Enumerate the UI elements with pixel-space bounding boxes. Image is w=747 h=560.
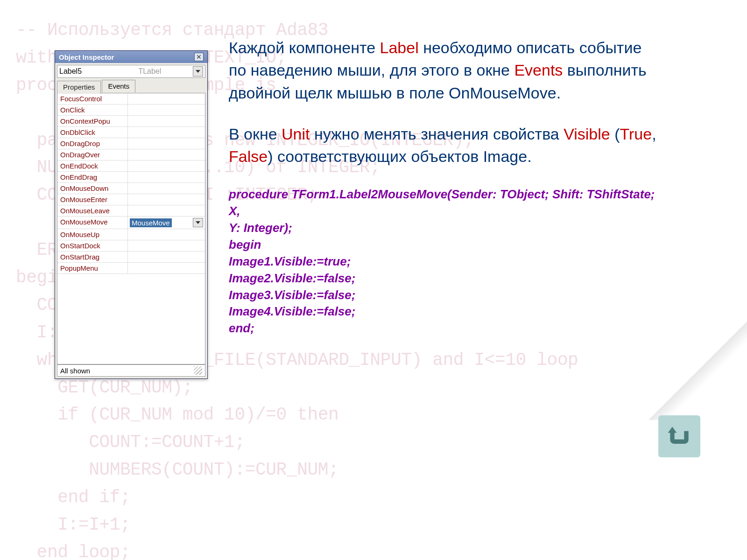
text: , <box>652 125 656 143</box>
event-name: OnEndDock <box>57 161 128 171</box>
status-bar: All shown <box>57 364 205 377</box>
event-row[interactable]: FocusControl <box>57 93 205 105</box>
event-name: FocusControl <box>57 93 128 104</box>
event-name: OnDblClick <box>57 127 128 138</box>
events-grid[interactable]: FocusControlOnClickOnContextPopuOnDblCli… <box>57 93 205 364</box>
code-line: Image3.Visible:=false; <box>229 287 658 304</box>
keyword-unit: Unit <box>282 125 310 143</box>
event-row[interactable]: OnClick <box>57 105 205 116</box>
event-value[interactable] <box>128 161 205 171</box>
event-row[interactable]: OnMouseEnter <box>57 194 205 205</box>
page-curl <box>649 322 747 420</box>
object-inspector-window: Object Inspector ✕ Label5 TLabel Propert… <box>55 50 208 379</box>
inspector-tabs: Properties Events <box>57 80 205 93</box>
return-button[interactable] <box>658 415 700 457</box>
event-name: OnMouseUp <box>57 229 128 240</box>
chevron-down-icon[interactable] <box>193 66 203 77</box>
keyword-label: Label <box>380 39 419 56</box>
event-row[interactable]: OnMouseLeave <box>57 205 205 217</box>
event-row[interactable]: OnStartDock <box>57 240 205 252</box>
return-arrow-icon <box>665 422 693 450</box>
code-block: procedure TForm1.Label2MouseMove(Sender:… <box>229 186 658 337</box>
event-name: OnClick <box>57 105 128 115</box>
event-name: OnEndDrag <box>57 172 128 182</box>
event-row[interactable]: OnEndDrag <box>57 172 205 183</box>
event-name: OnStartDock <box>57 240 128 251</box>
keyword-events: Events <box>514 61 563 79</box>
event-name: OnDragDrop <box>57 138 128 149</box>
event-name: OnDragOver <box>57 149 128 160</box>
event-row[interactable]: OnMouseUp <box>57 229 205 240</box>
event-name: OnMouseLeave <box>57 205 128 216</box>
event-name: OnContextPopu <box>57 116 128 126</box>
code-line: Image4.Visible:=false; <box>229 303 658 320</box>
tab-properties[interactable]: Properties <box>57 81 101 94</box>
event-value[interactable] <box>128 205 205 216</box>
resize-grip-icon[interactable] <box>194 366 202 375</box>
code-line: end; <box>229 320 658 337</box>
keyword-visible: Visible <box>564 125 610 143</box>
code-line: Y: Integer); <box>229 220 658 237</box>
event-name: OnMouseDown <box>57 183 128 194</box>
event-row[interactable]: PopupMenu <box>57 263 205 274</box>
event-name: PopupMenu <box>57 263 128 273</box>
event-row[interactable]: OnDragDrop <box>57 138 205 149</box>
text: В окне <box>229 125 282 143</box>
event-value[interactable] <box>128 149 205 160</box>
event-value[interactable] <box>128 194 205 205</box>
text: Каждой компоненте <box>229 39 380 56</box>
text: ( <box>610 125 620 143</box>
text: нужно менять значения свойства <box>310 125 564 143</box>
event-row[interactable]: OnDragOver <box>57 149 205 161</box>
selected-handler: MouseMove <box>130 218 172 227</box>
keyword-true: True <box>620 125 652 143</box>
event-value[interactable] <box>128 116 205 126</box>
event-value[interactable] <box>128 138 205 149</box>
keyword-false: False <box>229 147 268 165</box>
slide-content: Каждой компоненте Label необходимо описа… <box>229 36 658 337</box>
code-line: procedure TForm1.Label2MouseMove(Sender:… <box>229 186 658 220</box>
event-row[interactable]: OnStartDrag <box>57 252 205 263</box>
event-value[interactable] <box>128 263 205 273</box>
status-text: All shown <box>60 367 90 375</box>
event-name: OnStartDrag <box>57 252 128 262</box>
event-value[interactable]: MouseMove <box>128 217 205 229</box>
event-row[interactable]: OnMouseDown <box>57 183 205 194</box>
event-row[interactable]: OnContextPopu <box>57 116 205 127</box>
code-line: Image2.Visible:=false; <box>229 270 658 287</box>
event-value[interactable] <box>128 93 205 104</box>
window-title: Object Inspector <box>59 53 114 61</box>
event-value[interactable] <box>128 105 205 115</box>
paragraph-2: В окне Unit нужно менять значения свойст… <box>229 123 658 168</box>
paragraph-1: Каждой компоненте Label необходимо описа… <box>229 36 658 104</box>
event-value[interactable] <box>128 252 205 262</box>
chevron-down-icon[interactable] <box>193 218 203 227</box>
event-name: OnMouseEnter <box>57 194 128 205</box>
event-row[interactable]: OnDblClick <box>57 127 205 138</box>
close-icon[interactable]: ✕ <box>194 53 204 61</box>
event-value[interactable] <box>128 127 205 138</box>
component-name: Label5 <box>59 67 138 76</box>
event-value[interactable] <box>128 240 205 251</box>
event-value[interactable] <box>128 183 205 194</box>
window-titlebar[interactable]: Object Inspector ✕ <box>55 51 207 63</box>
event-value[interactable] <box>128 229 205 240</box>
event-value[interactable] <box>128 172 205 182</box>
code-line: Image1.Visible:=true; <box>229 253 658 270</box>
event-row[interactable]: OnEndDock <box>57 161 205 172</box>
event-row[interactable]: OnMouseMoveMouseMove <box>57 217 205 229</box>
component-selector[interactable]: Label5 TLabel <box>57 65 205 78</box>
tab-events[interactable]: Events <box>102 80 135 93</box>
event-name: OnMouseMove <box>57 217 128 229</box>
component-type: TLabel <box>138 67 161 76</box>
text: ) соответствующих объектов Image. <box>268 147 531 165</box>
code-line: begin <box>229 237 658 253</box>
